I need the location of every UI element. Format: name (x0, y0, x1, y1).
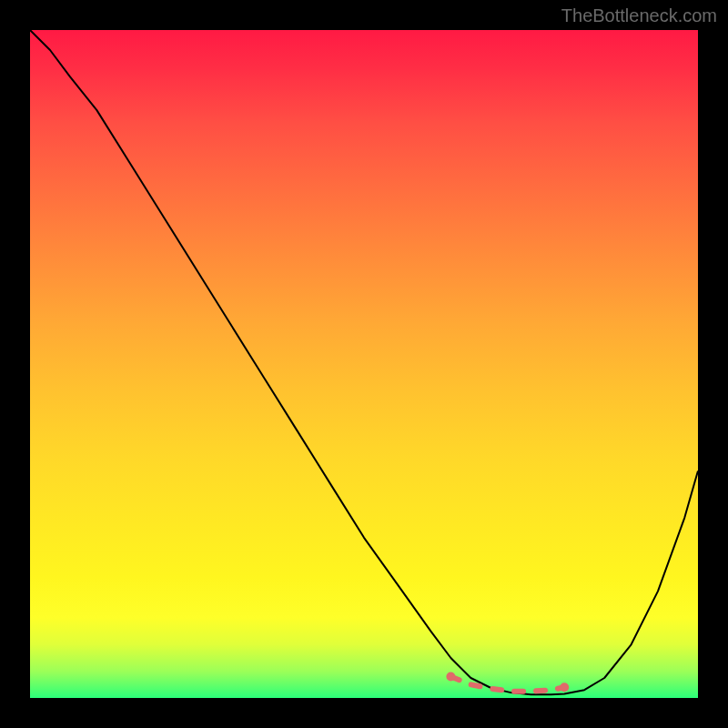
optimal-range-marker (446, 672, 569, 693)
chart-plot-area (30, 30, 698, 698)
watermark-text: TheBottleneck.com (561, 5, 717, 26)
bottleneck-curve-line (30, 30, 698, 694)
svg-point-1 (560, 682, 569, 692)
chart-svg (30, 30, 698, 698)
svg-point-0 (446, 672, 455, 682)
